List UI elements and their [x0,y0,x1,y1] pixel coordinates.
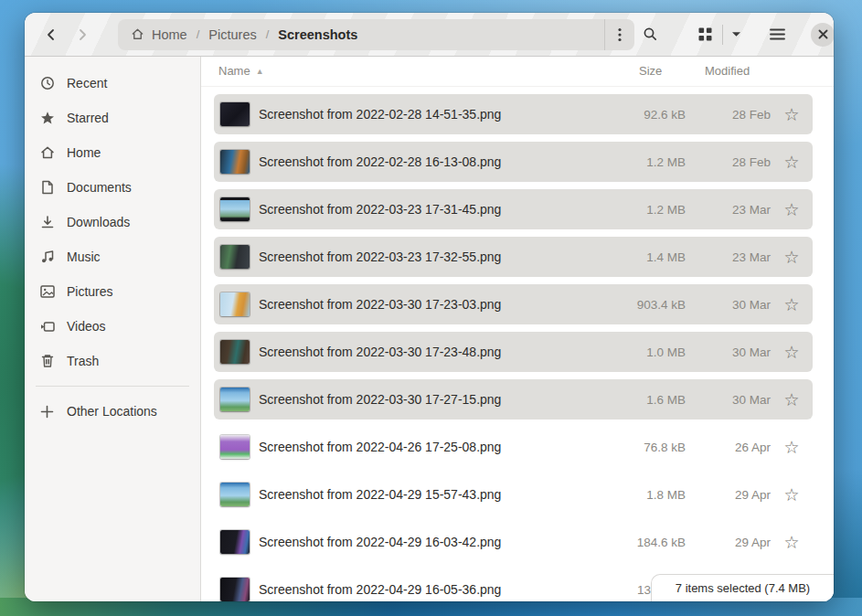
sidebar-item-documents[interactable]: Documents [25,170,200,205]
picture-icon [39,285,55,298]
back-icon [44,27,59,42]
folder-menu-button[interactable] [605,19,634,50]
file-size: 1.0 MB [612,345,686,359]
file-thumbnail [220,483,250,506]
grid-view-icon [697,27,713,42]
breadcrumb-separator: / [197,27,200,41]
star-icon[interactable]: ☆ [778,106,805,123]
file-row[interactable]: Screenshot from 2022-03-23 17-32-55.png … [214,237,813,277]
forward-button[interactable] [67,19,98,50]
file-thumbnail [220,292,250,316]
file-row[interactable]: Screenshot from 2022-04-26 17-25-08.png … [214,427,813,467]
file-row[interactable]: Screenshot from 2022-02-28 14-51-35.png … [214,94,813,134]
sidebar-separator [36,386,189,387]
header-bar: Home / Pictures / Screenshots [25,13,834,57]
file-modified: 29 Apr [716,488,771,502]
sidebar-item-music[interactable]: Music [25,239,200,274]
file-size: 184.6 kB [612,536,686,549]
sort-ascending-icon: ▲ [256,67,264,76]
hamburger-icon [770,28,785,40]
column-header-name[interactable]: Name ▲ [218,64,264,78]
file-modified: 23 Mar [716,250,771,264]
sidebar-item-label: Trash [67,354,99,368]
view-options-dropdown[interactable] [725,19,747,50]
column-header-modified[interactable]: Modified [705,64,750,78]
star-icon [39,111,55,125]
download-icon [39,215,55,229]
star-icon[interactable]: ☆ [778,486,805,504]
grid-view-button[interactable] [689,19,720,50]
file-row[interactable]: Screenshot from 2022-03-30 17-23-03.png … [214,284,813,324]
clock-icon [39,76,55,90]
file-row[interactable]: Screenshot from 2022-04-29 16-03-42.png … [214,522,813,562]
sidebar-item-label: Downloads [67,215,130,229]
close-window-button[interactable] [811,23,834,47]
back-button[interactable] [36,19,67,50]
star-icon[interactable]: ☆ [778,201,805,218]
star-icon[interactable]: ☆ [778,391,805,409]
file-thumbnail [220,150,250,174]
column-header-size[interactable]: Size [639,64,662,78]
file-size: 1.6 MB [612,393,686,407]
file-name: Screenshot from 2022-03-30 17-23-03.png [259,297,612,312]
close-icon [818,29,828,39]
sidebar-item-label: Music [67,250,101,264]
sidebar-item-label: Recent [67,76,107,90]
star-icon[interactable]: ☆ [778,154,805,171]
sidebar-item-label: Starred [67,111,109,125]
file-thumbnail [220,435,250,459]
breadcrumb-home[interactable]: Home [152,27,187,42]
star-icon[interactable]: ☆ [778,534,805,551]
sidebar-item-starred[interactable]: Starred [25,101,200,135]
home-icon [39,145,55,160]
sidebar-item-recent[interactable]: Recent [25,66,200,101]
file-thumbnail [220,245,250,269]
document-icon [39,180,55,195]
file-name: Screenshot from 2022-04-29 15-57-43.png [259,487,612,502]
files-window: Home / Pictures / Screenshots [25,13,834,601]
file-thumbnail [220,530,250,554]
sidebar-item-pictures[interactable]: Pictures [25,274,200,309]
star-icon[interactable]: ☆ [778,296,805,313]
file-rows: Screenshot from 2022-02-28 14-51-35.png … [201,87,834,601]
sidebar-item-trash[interactable]: Trash [25,344,200,378]
file-thumbnail [220,388,250,411]
column-name-label: Name [218,64,250,78]
file-size: 92.6 kB [612,108,686,122]
star-icon[interactable]: ☆ [778,439,805,456]
file-row[interactable]: Screenshot from 2022-04-29 15-57-43.png … [214,474,813,515]
sidebar-item-label: Videos [67,319,106,334]
sidebar-item-home[interactable]: Home [25,135,200,170]
chevron-down-icon [731,31,741,37]
file-name: Screenshot from 2022-03-30 17-27-15.png [259,392,612,407]
breadcrumb: Home / Pictures / Screenshots [118,19,634,50]
file-name: Screenshot from 2022-02-28 16-13-08.png [259,154,612,169]
sidebar-item-downloads[interactable]: Downloads [25,205,200,239]
hamburger-menu-button[interactable] [761,19,793,50]
sidebar-item-label: Home [67,145,101,160]
file-size: 1.4 MB [612,250,686,264]
sidebar-item-label: Documents [67,180,132,195]
sidebar-item-videos[interactable]: Videos [25,309,200,344]
file-modified: 29 Apr [716,536,771,549]
breadcrumb-path: Home / Pictures / Screenshots [118,27,604,42]
star-icon[interactable]: ☆ [778,249,805,266]
file-name: Screenshot from 2022-03-23 17-31-45.png [259,202,612,217]
sidebar-item-other-locations[interactable]: Other Locations [25,394,200,429]
file-thumbnail [220,340,250,364]
file-modified: 26 Apr [716,441,771,454]
breadcrumb-pictures[interactable]: Pictures [208,27,256,42]
home-icon [131,27,144,41]
forward-icon [75,27,90,42]
file-row[interactable]: Screenshot from 2022-03-30 17-23-48.png … [214,332,813,372]
star-icon[interactable]: ☆ [778,344,805,361]
file-row[interactable]: Screenshot from 2022-03-23 17-31-45.png … [214,189,813,229]
view-toggle-group [689,19,747,50]
file-modified: 23 Mar [716,203,771,217]
breadcrumb-screenshots-current[interactable]: Screenshots [278,27,357,42]
search-button[interactable] [634,19,665,50]
file-row[interactable]: Screenshot from 2022-03-30 17-27-15.png … [214,379,813,420]
list-column-headers: Name ▲ Size Modified [201,57,834,87]
video-icon [39,321,55,333]
file-row[interactable]: Screenshot from 2022-02-28 16-13-08.png … [214,142,813,182]
